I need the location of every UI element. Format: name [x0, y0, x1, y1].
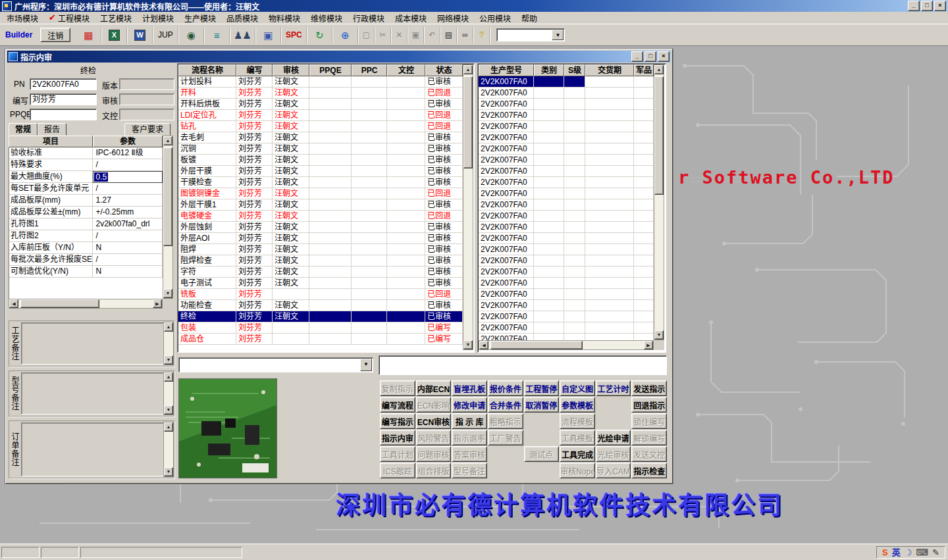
col-auditor[interactable]: 审核	[273, 64, 309, 76]
action-button[interactable]: 发送指示	[631, 380, 667, 396]
cut-icon[interactable]: ✂	[375, 27, 391, 43]
scroll-left-icon[interactable]: ◀	[9, 299, 18, 308]
col-delivery[interactable]: 交货期	[585, 64, 634, 76]
param-row[interactable]: 可制造优化(Y/N)N	[9, 266, 163, 278]
dropdown-arrow-icon[interactable]: ▼	[552, 30, 564, 40]
order-notes-scrollbar[interactable]: ▲▼	[163, 422, 174, 477]
col-status[interactable]: 状态	[425, 64, 463, 76]
param-row[interactable]: 每SET最多允许废单元/	[9, 183, 163, 195]
minimize-button[interactable]: _	[908, 1, 920, 11]
child-close-button[interactable]: ×	[658, 51, 670, 62]
flow-combobox[interactable]: ▼	[178, 357, 373, 372]
process-row[interactable]: 钻孔刘芬芳汪朝文已回退	[178, 121, 463, 132]
model-row[interactable]: 2V2K007FA0	[479, 255, 654, 267]
print-icon[interactable]: ▤	[440, 27, 457, 43]
tab-report[interactable]: 报告	[38, 123, 66, 136]
model-row[interactable]: 2V2K007FA0	[479, 278, 654, 289]
action-button[interactable]: 参数模板	[560, 397, 595, 413]
col-ppqe[interactable]: PPQE	[309, 64, 352, 76]
process-row[interactable]: 铣板刘芬芳已回退	[178, 289, 463, 300]
action-button[interactable]: 指示检查	[631, 463, 667, 478]
action-button[interactable]: 工具完成	[560, 446, 595, 462]
menu-item-4[interactable]: 计划模块	[137, 11, 179, 25]
scroll-down-icon[interactable]: ▼	[654, 330, 664, 340]
dropdown-arrow-icon[interactable]: ▼	[360, 359, 372, 371]
col-category[interactable]: 类别	[534, 64, 564, 76]
process-row[interactable]: 开料后烘板刘芬芳汪朝文已审核	[178, 99, 463, 110]
param-table-hscrollbar[interactable]: ◀▶	[9, 299, 163, 309]
word-icon[interactable]: W	[127, 27, 153, 43]
lang-indicator[interactable]: 英	[892, 548, 901, 557]
process-row[interactable]: 包装刘芬芳已编写	[178, 322, 463, 334]
logout-button[interactable]: 注销	[40, 28, 70, 42]
action-button[interactable]: 工程暂停	[524, 380, 560, 396]
process-row[interactable]: 外层蚀刻刘芬芳汪朝文已审核	[178, 222, 463, 233]
process-row[interactable]: 计划投料刘芬芳汪朝文已审核	[178, 76, 463, 88]
process-row[interactable]: 阻焊检查刘芬芳汪朝文已审核	[178, 255, 463, 267]
col-model[interactable]: 生产型号	[479, 64, 534, 76]
action-button[interactable]: 合并条件	[488, 397, 523, 413]
process-row[interactable]: LDI定位孔刘芬芳汪朝文已回退	[178, 110, 463, 121]
param-row[interactable]: 入库前压板（Y/N）N	[9, 242, 163, 254]
scroll-up-icon[interactable]: ▲	[463, 65, 473, 74]
param-row[interactable]: 孔符图12v2k007fa0_drl	[9, 218, 163, 230]
process-row[interactable]: 外层AOI刘芬芳汪朝文已审核	[178, 233, 463, 244]
scroll-up-icon[interactable]: ▲	[164, 372, 173, 382]
action-button[interactable]: 取消暂停	[524, 397, 560, 413]
action-button[interactable]: 指示内审	[380, 430, 415, 445]
model-table-hscrollbar[interactable]: ◀▶	[479, 340, 654, 350]
users-icon[interactable]: ♟♟	[230, 27, 255, 43]
child-restore-button[interactable]: □	[645, 51, 656, 62]
model-row[interactable]: 2V2K007FA0	[479, 334, 654, 340]
scroll-down-icon[interactable]: ▼	[164, 405, 173, 415]
binoculars-icon[interactable]: ∞	[457, 27, 473, 43]
scroll-up-icon[interactable]: ▲	[164, 422, 173, 432]
action-button[interactable]: 工艺计时	[596, 380, 631, 396]
jup-button[interactable]: JUP	[153, 27, 178, 43]
version-field[interactable]	[119, 78, 174, 90]
param-row[interactable]: 每批次最多允许报废SET/	[9, 254, 163, 266]
process-notes-area[interactable]	[21, 322, 172, 365]
action-button[interactable]: 内部ECN	[416, 380, 452, 396]
scroll-up-icon[interactable]: ▲	[654, 65, 664, 74]
toolbar-combobox[interactable]: ▼	[496, 28, 565, 41]
menu-item-10[interactable]: 成本模块	[390, 11, 432, 25]
pen-icon[interactable]: ✎	[932, 548, 939, 557]
excel-icon[interactable]: X	[101, 27, 127, 43]
maximize-button[interactable]: □	[921, 1, 933, 11]
monitor-icon[interactable]: ▣	[255, 27, 281, 43]
param-row[interactable]: 成品板厚公差±(mm)+/-0.25mm	[9, 207, 163, 218]
model-row[interactable]: 2V2K007FA0	[479, 166, 654, 177]
menu-item-9[interactable]: 行政模块	[348, 11, 390, 25]
menu-item-2[interactable]: ✔工程模块	[43, 11, 95, 25]
globe-icon[interactable]: ⊕	[332, 27, 358, 43]
tab-customer-requirements[interactable]: 客户要求	[124, 123, 171, 136]
col-military[interactable]: 军品	[634, 64, 654, 76]
save-icon[interactable]: ▣	[408, 27, 424, 43]
model-notes-scrollbar[interactable]: ▲▼	[163, 372, 174, 415]
col-ppc[interactable]: PPC	[352, 64, 387, 76]
menu-item-13[interactable]: 帮助	[516, 11, 542, 25]
process-row[interactable]: 去毛刺刘芬芳汪朝文已审核	[178, 132, 463, 143]
process-row[interactable]: 成品仓刘芬芳已编写	[178, 334, 463, 345]
auditor-field[interactable]	[119, 93, 174, 105]
action-button[interactable]: 光绘申请	[596, 430, 631, 445]
action-button[interactable]: ECN审核	[416, 413, 452, 429]
process-row[interactable]: 开料刘芬芳汪朝文已回退	[178, 88, 463, 99]
scrollbar-thumb[interactable]	[463, 76, 473, 168]
scroll-up-icon[interactable]: ▲	[163, 136, 172, 145]
param-value[interactable]: 0.5	[93, 171, 163, 183]
menu-item-12[interactable]: 公用模块	[474, 11, 516, 25]
param-row[interactable]: 孔符图2/	[9, 230, 163, 242]
moon-icon[interactable]: ☽	[905, 548, 912, 557]
col-process-name[interactable]: 流程名称	[178, 64, 236, 76]
col-s-level[interactable]: S级	[564, 64, 585, 76]
action-button[interactable]: 报价条件	[488, 380, 523, 396]
model-row[interactable]: 2V2K007FA0	[479, 143, 654, 155]
process-row[interactable]: 板镀刘芬芳汪朝文已审核	[178, 155, 463, 166]
ppqe-field[interactable]	[30, 109, 97, 120]
model-row[interactable]: 2V2K007FA0	[479, 110, 654, 121]
menu-item-7[interactable]: 物料模块	[263, 11, 305, 25]
model-row[interactable]: 2V2K007FA0	[479, 289, 654, 300]
process-row[interactable]: 外层干膜1刘芬芳汪朝文已审核	[178, 199, 463, 211]
